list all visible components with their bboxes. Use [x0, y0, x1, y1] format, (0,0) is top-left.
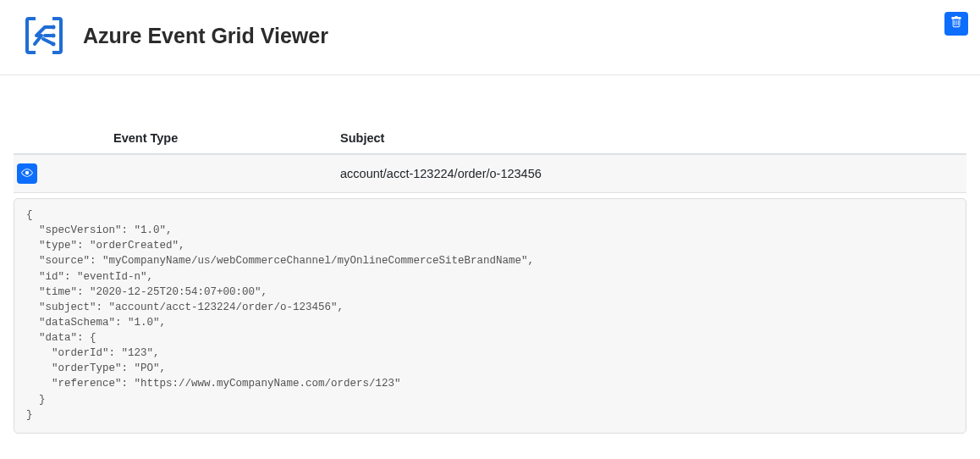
svg-rect-2: [36, 47, 52, 56]
trash-icon: [950, 16, 962, 31]
svg-point-4: [52, 34, 56, 38]
page-title: Azure Event Grid Viewer: [83, 24, 328, 48]
events-table: Event Type Subject ac: [14, 123, 966, 193]
eye-icon: [21, 167, 33, 181]
app-logo: [24, 15, 64, 56]
table-header-event-type: Event Type: [113, 123, 340, 154]
view-detail-button[interactable]: [17, 163, 37, 184]
cell-subject: account/acct-123224/order/o-123456: [340, 154, 966, 193]
table-row[interactable]: account/acct-123224/order/o-123456: [14, 154, 966, 193]
clear-button[interactable]: [944, 12, 968, 36]
cell-event-type: [113, 154, 340, 193]
event-json: { "specVersion": "1.0", "type": "orderCr…: [26, 207, 954, 423]
svg-point-3: [52, 25, 56, 30]
event-detail-panel: { "specVersion": "1.0", "type": "orderCr…: [14, 198, 966, 434]
header: Azure Event Grid Viewer: [0, 0, 980, 75]
svg-point-5: [52, 42, 56, 47]
table-header-subject: Subject: [340, 123, 966, 154]
content: Event Type Subject ac: [0, 123, 980, 434]
table-header-blank: [14, 123, 113, 154]
table-header-row: Event Type Subject: [14, 123, 966, 154]
svg-rect-1: [36, 15, 52, 24]
